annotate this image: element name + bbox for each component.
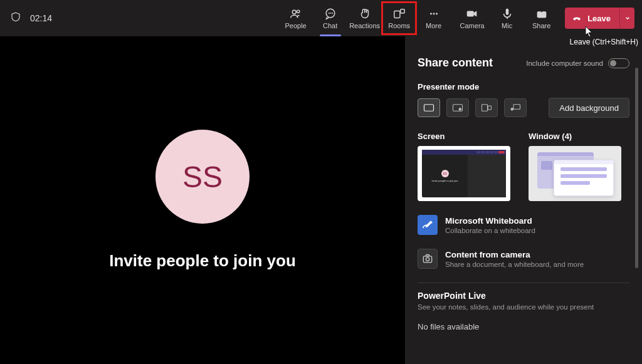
leave-button[interactable]: Leave: [565, 8, 619, 29]
chevron-down-icon: [624, 15, 631, 21]
more-button[interactable]: More: [416, 2, 451, 34]
invite-message: Invite people to join you: [109, 251, 296, 271]
svg-rect-4: [400, 9, 404, 13]
top-toolbar: 02:14 People Chat Reactions Rooms More C…: [0, 0, 642, 36]
avatar-initials: SS: [182, 160, 223, 194]
powerpoint-live-subtitle: See your notes, slides, and audience whi…: [418, 303, 629, 311]
svg-point-19: [426, 257, 429, 261]
presenter-mode-reporter[interactable]: [504, 98, 527, 117]
presenter-mode-side-by-side[interactable]: [475, 98, 498, 117]
rooms-label: Rooms: [388, 22, 410, 29]
svg-rect-20: [426, 254, 429, 256]
leave-label: Leave: [587, 14, 611, 23]
screen-section-heading: Screen: [418, 132, 518, 141]
chat-button[interactable]: Chat: [313, 2, 347, 34]
svg-point-13: [459, 108, 461, 110]
whiteboard-icon: [418, 215, 438, 235]
svg-rect-10: [537, 11, 546, 18]
content-camera-icon: [418, 249, 438, 269]
svg-rect-18: [423, 256, 431, 263]
svg-rect-16: [513, 105, 520, 110]
svg-point-6: [433, 13, 434, 15]
include-sound-label: Include computer sound: [526, 60, 603, 67]
share-content-panel: Leave (Ctrl+Shift+H) Share content Inclu…: [405, 36, 642, 364]
svg-point-5: [430, 13, 432, 15]
svg-rect-3: [394, 11, 399, 18]
leave-tooltip: Leave (Ctrl+Shift+H): [567, 36, 641, 48]
call-timer: 02:14: [30, 13, 52, 23]
mic-button[interactable]: Mic: [490, 2, 524, 34]
hangup-icon: [571, 13, 582, 24]
svg-rect-11: [424, 105, 434, 112]
reactions-button[interactable]: Reactions: [347, 2, 382, 34]
share-label: Share: [532, 22, 550, 29]
panel-scrollbar[interactable]: [635, 68, 638, 268]
svg-rect-9: [505, 9, 508, 15]
share-screen-thumbnail[interactable]: SSInvite people to join you: [418, 146, 510, 201]
share-window-thumbnail[interactable]: [529, 146, 621, 201]
reactions-label: Reactions: [349, 22, 380, 29]
divider: [418, 283, 629, 283]
camera-button[interactable]: Camera: [455, 2, 490, 34]
meeting-stage: SS Invite people to join you: [0, 36, 405, 364]
whiteboard-subtitle: Collaborate on a whiteboard: [445, 227, 535, 234]
presenter-mode-content-only[interactable]: [418, 98, 440, 117]
include-sound-toggle[interactable]: [608, 58, 629, 68]
svg-rect-14: [482, 105, 488, 112]
people-button[interactable]: People: [278, 2, 313, 34]
svg-rect-15: [488, 106, 491, 110]
content-camera-title: Content from camera: [445, 250, 584, 259]
participant-avatar: SS: [155, 130, 250, 224]
svg-point-17: [511, 108, 513, 110]
svg-point-0: [292, 10, 296, 14]
chat-label: Chat: [323, 22, 337, 29]
leave-dropdown-button[interactable]: [619, 8, 634, 29]
more-label: More: [426, 22, 441, 29]
share-button[interactable]: Share: [524, 2, 559, 34]
svg-point-7: [436, 13, 438, 15]
rooms-button[interactable]: Rooms: [382, 2, 416, 34]
shield-icon[interactable]: [10, 11, 21, 26]
svg-rect-8: [467, 11, 474, 16]
presenter-mode-standout[interactable]: [446, 98, 469, 117]
content-camera-subtitle: Share a document, a whiteboard, and more: [445, 261, 584, 268]
share-panel-title: Share content: [418, 56, 493, 70]
whiteboard-title: Microsoft Whiteboard: [445, 216, 535, 226]
presenter-mode-heading: Presenter mode: [418, 82, 629, 91]
whiteboard-option[interactable]: Microsoft Whiteboard Collaborate on a wh…: [418, 215, 629, 235]
camera-label: Camera: [460, 22, 485, 29]
window-section-heading: Window (4): [529, 132, 629, 141]
mic-label: Mic: [502, 22, 512, 29]
svg-point-1: [297, 10, 299, 13]
add-background-button[interactable]: Add background: [549, 98, 629, 118]
people-label: People: [285, 22, 306, 29]
no-files-message: No files available: [418, 322, 629, 331]
content-from-camera-option[interactable]: Content from camera Share a document, a …: [418, 249, 629, 269]
powerpoint-live-heading: PowerPoint Live: [418, 291, 629, 301]
